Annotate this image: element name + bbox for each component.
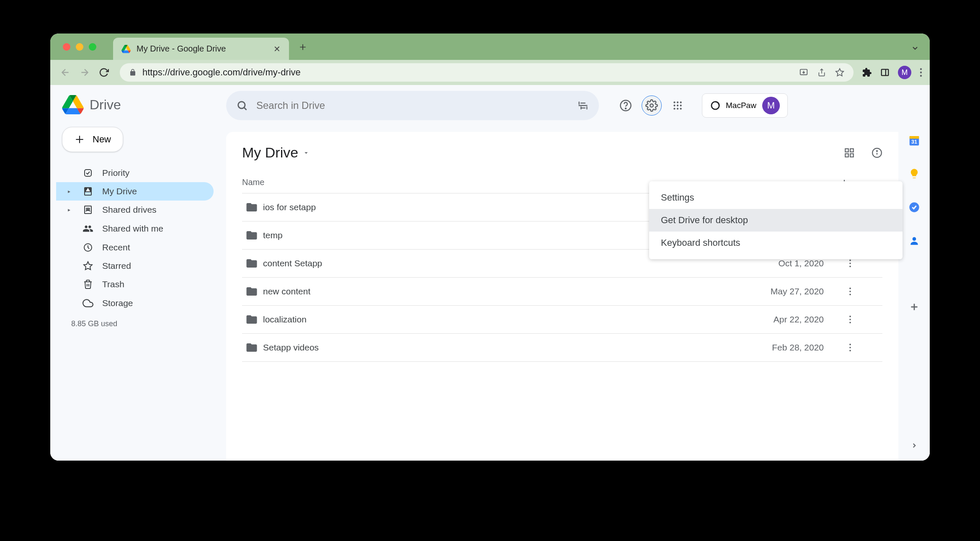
sidebar-item-shared-with-me[interactable]: Shared with me [56, 219, 214, 238]
url-text: https://drive.google.com/drive/my-drive [142, 67, 301, 78]
sidebar-item-priority[interactable]: Priority [56, 164, 214, 182]
svg-point-16 [88, 208, 90, 210]
file-actions-button[interactable] [849, 315, 882, 324]
sidebar-label: My Drive [102, 186, 137, 196]
svg-point-22 [625, 108, 626, 109]
breadcrumb[interactable]: My Drive [242, 144, 310, 161]
svg-point-9 [920, 72, 922, 73]
new-tab-button[interactable]: ＋ [297, 39, 308, 54]
details-button[interactable] [872, 147, 882, 158]
storage-icon [82, 298, 94, 309]
bookmark-star-icon[interactable] [835, 68, 844, 77]
folder-icon [242, 341, 263, 354]
close-tab-icon[interactable]: ✕ [273, 44, 281, 54]
new-button[interactable]: New [62, 127, 123, 152]
svg-rect-34 [845, 149, 848, 152]
reload-button[interactable] [96, 65, 111, 80]
svg-rect-35 [850, 149, 854, 152]
folder-icon [242, 201, 263, 214]
file-actions-button[interactable] [849, 343, 882, 352]
sidebar-item-trash[interactable]: Trash [56, 275, 214, 294]
svg-rect-37 [850, 154, 854, 157]
storage-used: 8.85 GB used [56, 313, 226, 328]
file-name: Setapp videos [263, 343, 723, 353]
file-name: content Setapp [263, 258, 723, 268]
svg-point-26 [680, 101, 681, 103]
breadcrumb-label: My Drive [242, 144, 298, 161]
tab-overflow-button[interactable] [911, 44, 919, 52]
browser-menu-icon[interactable] [920, 67, 922, 77]
file-row[interactable]: localization Apr 22, 2020 [242, 306, 882, 334]
add-app-icon[interactable] [908, 300, 921, 314]
svg-point-27 [673, 105, 675, 106]
search-box[interactable] [226, 91, 599, 120]
collapse-panel-icon[interactable] [908, 439, 921, 452]
calendar-app-icon[interactable]: 31 [908, 134, 921, 147]
organization-chip[interactable]: MacPaw M [702, 93, 788, 118]
file-row[interactable]: new content May 27, 2020 [242, 278, 882, 306]
svg-marker-5 [836, 69, 843, 76]
file-actions-button[interactable] [849, 259, 882, 268]
starred-icon [82, 261, 94, 271]
search-options-icon[interactable] [577, 100, 589, 111]
tasks-app-icon[interactable] [908, 201, 921, 214]
folder-icon [242, 229, 263, 242]
share-icon[interactable] [818, 68, 826, 77]
svg-rect-61 [909, 136, 919, 139]
contacts-app-icon[interactable] [908, 234, 921, 247]
keep-app-icon[interactable] [908, 167, 921, 180]
forward-button[interactable] [77, 65, 92, 80]
sidebar-item-shared-drives[interactable]: ▸ Shared drives [56, 201, 214, 219]
file-date: Apr 22, 2020 [723, 314, 849, 325]
svg-point-28 [677, 105, 678, 106]
url-box[interactable]: https://drive.google.com/drive/my-drive [120, 63, 854, 82]
tab-strip: My Drive - Google Drive ✕ ＋ [50, 33, 930, 60]
sidebar-item-recent[interactable]: Recent [56, 238, 214, 257]
svg-point-8 [920, 68, 922, 70]
svg-point-59 [849, 350, 851, 352]
maximize-window-button[interactable] [89, 43, 96, 51]
file-row[interactable]: Setapp videos Feb 28, 2020 [242, 334, 882, 362]
drive-app: Drive New Priority ▸ My Drive ▸ [50, 85, 930, 461]
file-actions-button[interactable] [849, 287, 882, 296]
grid-view-button[interactable] [844, 147, 855, 158]
sidebar-label: Starred [102, 261, 131, 271]
expand-icon[interactable]: ▸ [68, 188, 74, 194]
minimize-window-button[interactable] [76, 43, 83, 51]
apps-button[interactable] [668, 95, 688, 116]
back-button[interactable] [58, 65, 73, 80]
extensions-icon[interactable] [862, 67, 872, 77]
svg-rect-13 [85, 170, 91, 176]
priority-icon [82, 168, 94, 178]
svg-point-10 [920, 75, 922, 77]
dropdown-item-keyboard-shortcuts[interactable]: Keyboard shortcuts [649, 232, 903, 254]
sidebar-item-my-drive[interactable]: ▸ My Drive [56, 182, 214, 201]
svg-marker-18 [84, 262, 92, 270]
dropdown-item-settings[interactable]: Settings [649, 186, 903, 209]
svg-point-54 [849, 316, 851, 317]
sidebar-item-storage[interactable]: Storage [56, 294, 214, 313]
svg-point-23 [650, 104, 653, 107]
dropdown-item-get-drive-desktop[interactable]: Get Drive for desktop [649, 209, 903, 232]
sidebar-label: Shared drives [102, 205, 157, 215]
svg-point-32 [680, 108, 681, 109]
app-name: Drive [90, 97, 121, 113]
recent-icon [82, 242, 94, 252]
browser-profile-avatar[interactable]: M [898, 66, 911, 79]
folder-icon [242, 285, 263, 298]
sidebar-item-starred[interactable]: Starred [56, 257, 214, 275]
expand-icon[interactable]: ▸ [68, 207, 74, 213]
support-button[interactable] [616, 95, 636, 116]
drive-logo[interactable]: Drive [56, 91, 226, 124]
file-name: new content [263, 286, 723, 296]
install-icon[interactable] [799, 68, 808, 77]
settings-dropdown: Settings Get Drive for desktop Keyboard … [649, 181, 903, 259]
settings-button[interactable] [642, 95, 662, 116]
search-input[interactable] [256, 100, 569, 111]
sidepanel-icon[interactable] [880, 68, 890, 77]
sidebar-label: Recent [102, 242, 130, 252]
browser-tab[interactable]: My Drive - Google Drive ✕ [113, 38, 289, 60]
sidebar-label: Shared with me [102, 224, 163, 234]
close-window-button[interactable] [63, 43, 70, 51]
account-avatar[interactable]: M [762, 97, 780, 114]
